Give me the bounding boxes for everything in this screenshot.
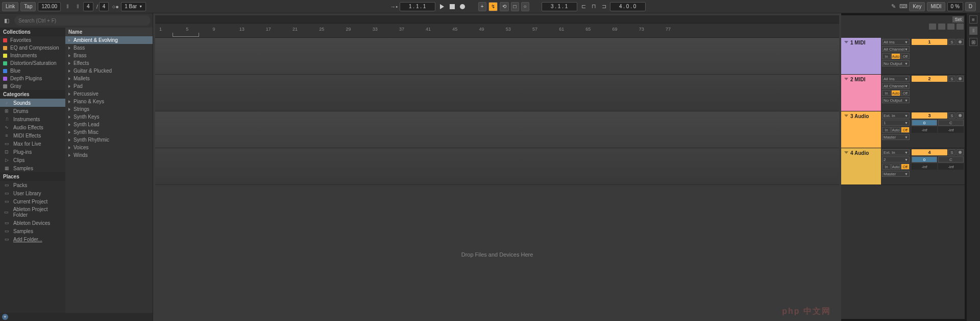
nudge-up-icon[interactable]: ⫴ [73, 2, 82, 11]
category-item[interactable]: ▭Max for Live [0, 140, 65, 148]
collection-item[interactable]: Depth Plugins [0, 75, 65, 82]
timesig-num[interactable]: 4 [83, 2, 93, 11]
content-item[interactable]: Bass [65, 44, 153, 52]
fold-icon[interactable] [844, 78, 848, 80]
record-button[interactable] [458, 2, 467, 11]
place-item[interactable]: ▭Ableton Project Folder [0, 205, 65, 219]
content-item[interactable]: Synth Lead [65, 121, 153, 128]
loop-length[interactable]: 4 . 0 . 0 [610, 2, 646, 11]
overview-strip[interactable] [155, 15, 839, 24]
add-button[interactable]: + [2, 314, 8, 320]
arrangement-pos[interactable]: 3 . 1 . 1 [542, 2, 577, 11]
category-item[interactable]: ⎍Instruments [0, 115, 65, 123]
overload-indicator[interactable]: D [965, 2, 976, 11]
arm-button[interactable] [957, 149, 964, 155]
monitor-off[interactable]: Off [901, 127, 910, 133]
th-icon-3[interactable] [947, 24, 954, 30]
place-item[interactable]: ▭Add Folder... [0, 235, 65, 243]
monitor-off[interactable]: Off [901, 164, 910, 170]
pan-value[interactable]: 0 [912, 156, 937, 163]
content-item[interactable]: Strings [65, 105, 153, 113]
timeline-ruler[interactable]: 1591317212529333741454953576165697377 [155, 24, 839, 38]
arm-button[interactable] [957, 76, 964, 82]
automation-arm-button[interactable]: ↯ [488, 2, 498, 11]
track-activator[interactable]: 3 [912, 112, 947, 119]
category-item[interactable]: ▷Clips [0, 156, 65, 164]
input-type[interactable]: Ext. In▼ [882, 112, 910, 119]
track-title[interactable]: 3 Audio [841, 111, 881, 148]
content-item[interactable]: Synth Rhythmic [65, 136, 153, 144]
solo-button[interactable]: S [948, 112, 955, 119]
session-view-button[interactable]: ⊞ [969, 38, 977, 46]
tempo-field[interactable]: 120.00 [38, 2, 61, 11]
fold-icon[interactable] [844, 41, 848, 43]
track-activator[interactable]: 4 [912, 149, 947, 155]
category-item[interactable]: ∿Audio Effects [0, 123, 65, 131]
input-channel[interactable]: All Channel▼ [882, 46, 910, 52]
metronome-icon[interactable]: ○● [111, 2, 120, 11]
content-item[interactable]: Effects [65, 59, 153, 67]
solo-button[interactable]: S [948, 76, 955, 82]
monitor-in[interactable]: In [882, 164, 891, 170]
solo-button[interactable]: S [948, 39, 955, 45]
loop-icon[interactable]: ⊓ [590, 2, 599, 11]
midi-map-button[interactable]: MIDI [927, 2, 945, 11]
monitor-auto[interactable]: Auto [891, 53, 900, 59]
search-input[interactable] [18, 18, 146, 24]
monitor-auto[interactable]: Auto [891, 127, 900, 133]
track-header[interactable]: 1 MIDI All Ins▼ All Channel▼ InAutoOff N… [841, 38, 965, 75]
set-label[interactable]: Set [952, 16, 964, 22]
track-lane[interactable] [155, 111, 839, 148]
track-lane[interactable] [155, 38, 839, 75]
place-item[interactable]: ▭Samples [0, 227, 65, 235]
monitor-off[interactable]: Off [901, 90, 910, 96]
category-item[interactable]: ▦Samples [0, 164, 65, 172]
content-item[interactable]: Guitar & Plucked [65, 67, 153, 75]
content-item[interactable]: Synth Misc [65, 128, 153, 136]
solo-button[interactable]: S [948, 149, 955, 155]
arm-button[interactable] [957, 39, 964, 45]
reenable-auto-button[interactable]: ⟲ [500, 2, 509, 11]
computer-midi-icon[interactable]: ⌨ [899, 2, 908, 11]
monitor-auto[interactable]: Auto [891, 164, 900, 170]
monitor-auto[interactable]: Auto [891, 90, 900, 96]
track-header[interactable]: 4 Audio Ext. In▼ 2▼ InAutoOff Master▼ 4 … [841, 148, 965, 185]
session-rec-button[interactable]: ○ [521, 2, 529, 11]
output-type[interactable]: No Output▼ [882, 97, 910, 103]
play-button[interactable] [437, 2, 447, 11]
track-header[interactable]: 2 MIDI All Ins▼ All Channel▼ InAutoOff N… [841, 75, 965, 111]
arm-button[interactable] [957, 112, 964, 119]
collection-item[interactable]: Instruments [0, 52, 65, 59]
category-item[interactable]: ⊞Drums [0, 107, 65, 115]
punch-out-icon[interactable]: ⊐ [600, 2, 609, 11]
monitor-off[interactable]: Off [901, 53, 910, 59]
send-c[interactable]: C [938, 156, 964, 163]
content-item[interactable]: Piano & Keys [65, 98, 153, 105]
monitor-in[interactable]: In [882, 90, 891, 96]
content-item[interactable]: Pad [65, 82, 153, 90]
punch-in-icon[interactable]: ⊏ [579, 2, 589, 11]
search-field[interactable] [14, 15, 151, 26]
track-title[interactable]: 2 MIDI [841, 75, 881, 111]
category-item[interactable]: ≡MIDI Effects [0, 131, 65, 140]
track-title[interactable]: 1 MIDI [841, 38, 881, 74]
monitor-in[interactable]: In [882, 127, 891, 133]
browser-toggle-icon[interactable]: ◧ [2, 16, 11, 25]
place-item[interactable]: ▭Packs [0, 181, 65, 189]
timesig-den[interactable]: 4 [99, 2, 109, 11]
link-button[interactable]: Link [2, 2, 18, 11]
collection-item[interactable]: Distortion/Saturation [0, 59, 65, 67]
position-field[interactable]: 1 . 1 . 1 [400, 2, 435, 11]
name-column-header[interactable]: Name [65, 28, 153, 36]
fold-icon[interactable] [844, 151, 848, 154]
loop-brace[interactable] [173, 33, 199, 37]
track-title[interactable]: 4 Audio [841, 148, 881, 185]
quantize-field[interactable]: 1 Bar ▼ [121, 2, 146, 11]
output-type[interactable]: Master▼ [882, 171, 910, 177]
output-type[interactable]: No Output▼ [882, 60, 910, 66]
input-type[interactable]: All Ins▼ [882, 39, 910, 45]
content-item[interactable]: Voices [65, 144, 153, 151]
nudge-down-icon[interactable]: ⫴ [63, 2, 72, 11]
track-lane[interactable] [155, 75, 839, 111]
capture-button[interactable]: □ [511, 2, 519, 11]
